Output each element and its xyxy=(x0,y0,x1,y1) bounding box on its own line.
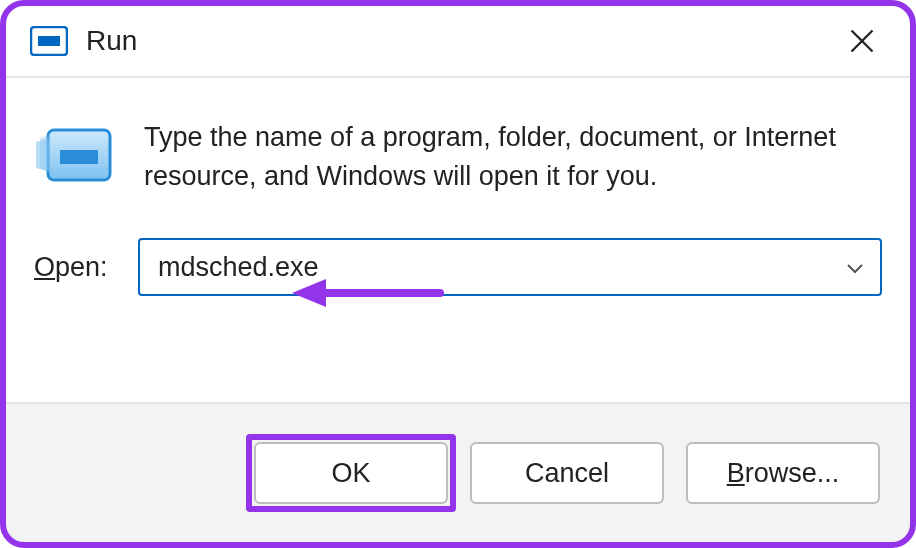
open-label: Open: xyxy=(34,252,122,283)
button-footer: OK Cancel Browse... xyxy=(6,402,910,542)
description-row: Type the name of a program, folder, docu… xyxy=(34,118,882,196)
chevron-down-icon[interactable] xyxy=(846,261,864,273)
cancel-button[interactable]: Cancel xyxy=(470,442,664,504)
open-combobox[interactable] xyxy=(138,238,882,296)
dialog-title: Run xyxy=(86,25,838,57)
input-row: Open: xyxy=(34,238,882,296)
ok-button[interactable]: OK xyxy=(254,442,448,504)
titlebar: Run xyxy=(6,6,910,78)
close-icon xyxy=(848,27,876,55)
ok-highlight-annotation: OK xyxy=(254,442,448,504)
svg-rect-1 xyxy=(38,36,60,46)
run-dialog: Run xyxy=(6,6,910,542)
browse-button[interactable]: Browse... xyxy=(686,442,880,504)
open-input[interactable] xyxy=(138,238,882,296)
run-title-icon xyxy=(30,26,68,56)
svg-rect-5 xyxy=(60,150,98,164)
close-button[interactable] xyxy=(838,17,886,65)
description-text: Type the name of a program, folder, docu… xyxy=(144,118,882,196)
run-prompt-icon xyxy=(34,124,116,186)
content-area: Type the name of a program, folder, docu… xyxy=(6,78,910,402)
